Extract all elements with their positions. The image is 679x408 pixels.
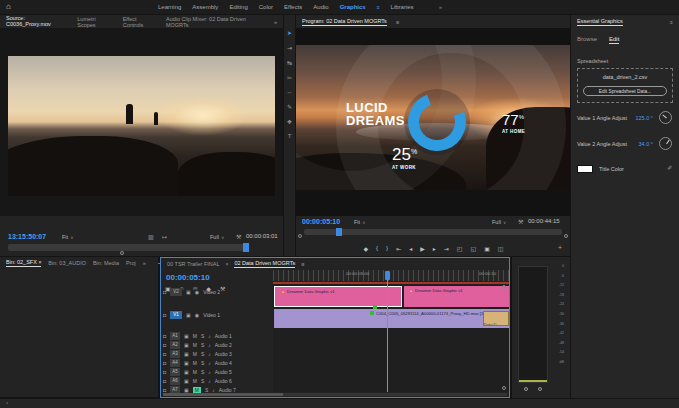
workspace-tab-effects[interactable]: Effects — [284, 4, 302, 10]
meter-knob-right[interactable] — [538, 387, 542, 391]
ripple-edit-tool-icon[interactable]: ↹ — [287, 59, 292, 66]
goto-out-icon[interactable]: ⇥ — [444, 245, 449, 252]
param-2-value[interactable]: 34.0 ° — [627, 141, 653, 147]
hand-tool-icon[interactable]: ❖ — [287, 118, 292, 125]
solo-button[interactable]: S — [201, 378, 204, 384]
step-forward-icon[interactable]: ▸ — [433, 245, 436, 252]
tab-lumetri-scopes[interactable]: Lumetri Scopes — [77, 16, 113, 28]
clip-proxy-footage[interactable]: C004_C005_05281114_A00000-01174_Proxy_HD… — [274, 309, 509, 328]
project-tab-overflow-icon[interactable]: » — [143, 260, 146, 266]
solo-button[interactable]: S — [201, 333, 204, 339]
track-patch[interactable]: A5 — [170, 368, 180, 376]
mute-button[interactable]: M — [193, 360, 197, 366]
source-timecode[interactable]: 13:15:50:07 — [8, 233, 46, 240]
mark-in-icon[interactable]: { — [376, 245, 378, 251]
title-color-swatch[interactable] — [577, 165, 593, 173]
tab-bin-02-sfx[interactable]: Bin: 02_SFX × — [6, 259, 41, 267]
source-tab-overflow-icon[interactable]: » — [274, 19, 277, 25]
track-output-eye-icon[interactable]: ◉ — [195, 289, 199, 295]
workspace-tab-audio[interactable]: Audio — [313, 4, 328, 10]
mark-out-icon[interactable]: } — [386, 245, 388, 251]
pen-tool-icon[interactable]: ✎ — [287, 103, 292, 110]
tab-audio-clip-mixer[interactable]: Audio Clip Mixer: 02 Data Driven MOGRTs — [166, 16, 265, 28]
mute-button[interactable]: M — [193, 333, 197, 339]
track-output-eye-icon[interactable]: ◉ — [195, 312, 199, 318]
edit-spreadsheet-data-button[interactable]: Edit Spreadsheet Data... — [583, 86, 667, 96]
lock-icon[interactable]: ◘ — [163, 351, 166, 357]
add-marker-icon[interactable]: ◆ — [363, 245, 368, 252]
track-header-audio-4[interactable]: ◘A4▣MS♪Audio 4 — [163, 359, 273, 367]
solo-button[interactable]: S — [201, 369, 204, 375]
tab-sequence-mogrts[interactable]: 02 Data Driven MOGRTs — [234, 260, 295, 268]
sync-lock-icon[interactable]: ▣ — [184, 360, 189, 366]
comparison-view-icon[interactable]: ◫ — [498, 245, 504, 252]
param-2-dial[interactable] — [659, 137, 672, 150]
solo-button[interactable]: S — [201, 342, 204, 348]
sync-lock-icon[interactable]: ▣ — [184, 351, 189, 357]
play-icon[interactable]: ▶ — [420, 245, 425, 252]
clip-data-driven-tan[interactable]: Data D — [483, 311, 509, 326]
lock-icon[interactable]: ◘ — [163, 360, 166, 366]
sync-lock-icon[interactable]: ▣ — [184, 342, 189, 348]
source-scrubber-marker[interactable] — [120, 251, 124, 255]
track-header-audio-2[interactable]: ◘A2▣MS♪Audio 2 — [163, 341, 273, 349]
mute-button[interactable]: M — [193, 351, 197, 357]
lock-icon[interactable]: ◘ — [163, 289, 166, 295]
lock-icon[interactable]: ◘ — [163, 369, 166, 375]
sync-lock-icon[interactable]: ▣ — [184, 369, 189, 375]
lock-icon[interactable]: ◘ — [163, 378, 166, 384]
close-icon[interactable]: × — [225, 261, 228, 267]
workspace-tab-learning[interactable]: Learning — [158, 4, 181, 10]
home-icon[interactable]: ⌂ — [6, 2, 11, 11]
track-header-video-2[interactable]: ◘ V2 ▣ ◉ Video 2 — [163, 288, 273, 296]
program-scrubber[interactable] — [304, 229, 562, 235]
mic-icon[interactable]: ♪ — [208, 333, 211, 339]
mic-icon[interactable]: ♪ — [208, 342, 211, 348]
program-timecode[interactable]: 00:00:05:10 — [302, 218, 340, 225]
goto-in-icon[interactable]: ⇤ — [396, 245, 401, 252]
eyedropper-icon[interactable]: ✎ — [667, 164, 672, 171]
selection-tool-icon[interactable]: ➤ — [287, 29, 292, 36]
scrollbar-handle[interactable] — [163, 393, 283, 396]
tab-bin-media[interactable]: Bin: Media — [93, 260, 119, 266]
track-patch[interactable]: A2 — [170, 341, 180, 349]
sync-lock-icon[interactable]: ▣ — [184, 333, 189, 339]
param-1-dial[interactable] — [659, 111, 672, 124]
track-patch[interactable]: A1 — [170, 332, 180, 340]
timeline-timecode[interactable]: 00:00:05:10 — [166, 273, 210, 282]
slip-tool-icon[interactable]: ↔ — [287, 89, 293, 95]
tab-browse[interactable]: Browse — [577, 36, 597, 44]
source-settings-icon[interactable]: ▥ — [148, 233, 154, 240]
workspace-tab-graphics[interactable]: Graphics — [340, 4, 366, 10]
tab-sequence-trailer[interactable]: 00 TSR Trailer FINAL — [167, 261, 219, 267]
track-header-audio-5[interactable]: ◘A5▣MS♪Audio 5 — [163, 368, 273, 376]
tab-proj[interactable]: Proj — [126, 260, 136, 266]
param-1-value[interactable]: 125.0 ° — [627, 115, 653, 121]
track-header-audio-6[interactable]: ◘A6▣MS♪Audio 6 — [163, 377, 273, 385]
lock-icon[interactable]: ◘ — [163, 312, 166, 318]
tab-bin-03-audio[interactable]: Bin: 03_AUDIO — [48, 260, 86, 266]
playhead-marker[interactable] — [385, 271, 390, 280]
tab-edit[interactable]: Edit — [609, 36, 619, 44]
workspace-tab-libraries[interactable]: Libraries — [391, 4, 414, 10]
lock-icon[interactable]: ◘ — [163, 342, 166, 348]
mute-button[interactable]: M — [193, 369, 197, 375]
sync-lock-icon[interactable]: ▣ — [184, 378, 189, 384]
lock-icon[interactable]: ◘ — [163, 333, 166, 339]
tab-effect-controls[interactable]: Effect Controls — [123, 16, 157, 28]
sync-lock-icon[interactable]: ▣ — [186, 289, 191, 295]
workspace-tab-editing[interactable]: Editing — [229, 4, 247, 10]
workspace-overflow-icon[interactable]: » — [439, 4, 442, 10]
step-back-icon[interactable]: ◂ — [409, 245, 412, 252]
scroll-handle-top[interactable] — [502, 285, 506, 289]
source-wrench-icon[interactable]: ⚒ — [236, 233, 241, 240]
solo-button[interactable]: S — [201, 360, 204, 366]
solo-button[interactable]: S — [201, 351, 204, 357]
program-resolution-select[interactable]: Full∨ — [492, 219, 506, 225]
timeline-ruler[interactable] — [273, 270, 509, 281]
track-patch[interactable]: A3 — [170, 350, 180, 358]
tab-source-monitor[interactable]: Source: C0036_Proxy.mov — [6, 15, 68, 29]
horizontal-scrollbar[interactable] — [163, 393, 507, 396]
mute-button[interactable]: M — [193, 378, 197, 384]
sync-lock-icon[interactable]: ▣ — [186, 312, 191, 318]
